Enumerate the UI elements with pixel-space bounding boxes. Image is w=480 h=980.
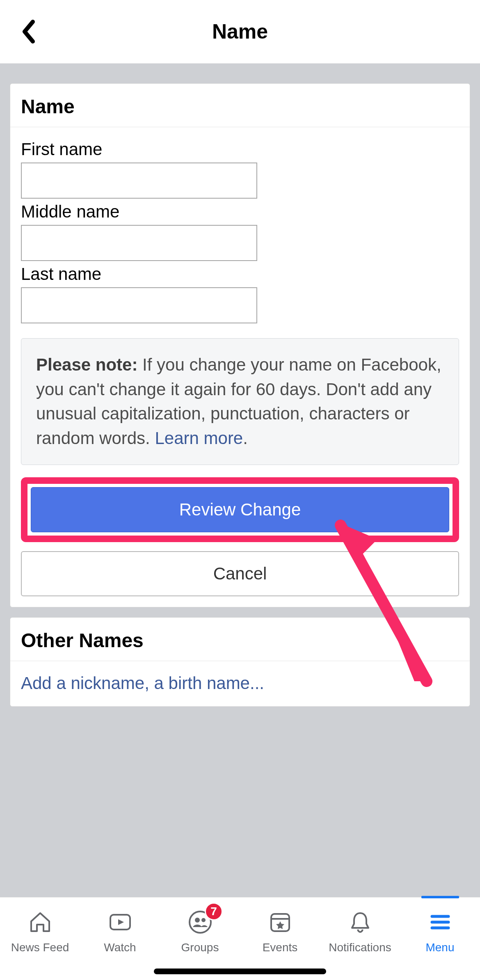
other-names-card: Other Names Add a nickname, a birth name… (10, 617, 470, 707)
learn-more-link[interactable]: Learn more (155, 428, 243, 448)
other-names-header: Other Names (10, 618, 470, 661)
name-card-title: Name (21, 95, 459, 118)
middle-name-input[interactable] (21, 225, 257, 261)
page-title: Name (0, 20, 480, 44)
active-tab-indicator (421, 896, 459, 898)
tab-groups-label: Groups (181, 941, 219, 954)
tab-news-feed[interactable]: News Feed (0, 898, 80, 980)
tab-events-label: Events (263, 941, 298, 954)
notice-prefix: Please note: (36, 355, 137, 374)
tab-menu[interactable]: Menu (400, 898, 480, 980)
home-indicator[interactable] (154, 969, 326, 974)
middle-name-label: Middle name (21, 202, 459, 222)
home-icon (27, 909, 53, 935)
tv-icon (107, 909, 133, 935)
bell-icon (347, 909, 373, 935)
groups-badge: 7 (205, 902, 223, 920)
other-names-title: Other Names (21, 629, 459, 652)
tab-bar: News Feed Watch 7 Groups (0, 897, 480, 980)
chevron-left-icon (21, 19, 37, 44)
tab-watch[interactable]: Watch (80, 898, 160, 980)
first-name-input[interactable] (21, 163, 257, 199)
tab-news-feed-label: News Feed (11, 941, 69, 954)
last-name-input[interactable] (21, 287, 257, 323)
svg-point-2 (195, 918, 200, 923)
tab-groups[interactable]: 7 Groups (160, 898, 240, 980)
tab-notifications[interactable]: Notifications (320, 898, 400, 980)
name-card-header: Name (10, 84, 470, 127)
svg-point-3 (201, 918, 206, 922)
back-button[interactable] (16, 19, 41, 44)
last-name-label: Last name (21, 264, 459, 284)
tab-menu-label: Menu (425, 941, 454, 954)
page-header: Name (0, 0, 480, 64)
notice-suffix: . (243, 428, 248, 448)
notice-box: Please note: If you change your name on … (21, 338, 459, 465)
tab-watch-label: Watch (104, 941, 136, 954)
cancel-button[interactable]: Cancel (21, 551, 459, 596)
tab-notifications-label: Notifications (329, 941, 391, 954)
add-nickname-link[interactable]: Add a nickname, a birth name... (10, 661, 470, 706)
tab-events[interactable]: Events (240, 898, 320, 980)
review-change-button[interactable]: Review Change (31, 487, 449, 532)
calendar-icon (267, 909, 293, 935)
name-card: Name First name Middle name Last name Pl… (10, 83, 470, 607)
hamburger-icon (427, 909, 453, 935)
first-name-label: First name (21, 140, 459, 159)
annotation-highlight: Review Change (21, 477, 459, 542)
